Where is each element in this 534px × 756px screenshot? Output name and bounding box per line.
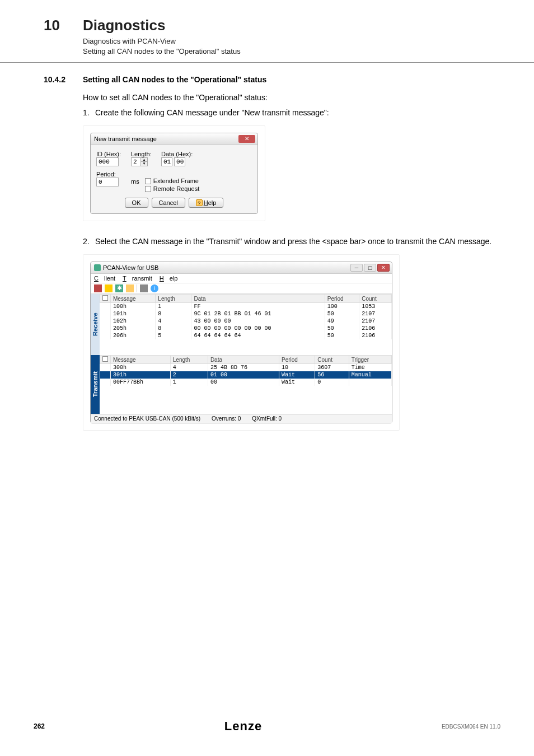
col-data[interactable]: Data xyxy=(208,356,279,364)
document-id: EDBCSXM064 EN 11.0 xyxy=(442,724,500,730)
screenshot-frame-2: PCAN-View for USB ─ ▢ ✕ Client Transmit … xyxy=(83,254,400,431)
toolbar-connect-icon[interactable] xyxy=(94,284,102,292)
spin-up-icon[interactable]: ▲ xyxy=(141,158,147,162)
col-count[interactable]: Count xyxy=(315,356,349,364)
table-row[interactable]: 00FF77BBh100Wait0 xyxy=(100,379,392,386)
col-length[interactable]: Length xyxy=(170,356,208,364)
col-message[interactable]: Message xyxy=(111,356,171,364)
step-text: Select the CAN message in the "Transmit"… xyxy=(95,236,491,248)
data-byte-input[interactable]: 01 xyxy=(161,157,172,166)
data-label: Data (Hex): xyxy=(161,151,193,157)
chapter-title: Diagnostics xyxy=(83,17,165,34)
status-connection: Connected to PEAK USB-CAN (500 kBit/s) xyxy=(94,416,200,422)
table-row[interactable]: 301h201 00Wait56Manual xyxy=(100,371,392,379)
page-footer: 262 Lenze EDBCSXM064 EN 11.0 xyxy=(0,719,534,734)
breadcrumb-sub1: Diagnostics with PCAN-View xyxy=(83,36,534,46)
minimize-button[interactable]: ─ xyxy=(350,264,363,272)
toolbar-reset-icon[interactable] xyxy=(105,284,113,292)
section-title: Setting all CAN nodes to the "Operationa… xyxy=(83,75,266,84)
section-number: 10.4.2 xyxy=(44,75,83,84)
extended-frame-checkbox[interactable] xyxy=(145,178,151,184)
spin-down-icon[interactable]: ▼ xyxy=(141,162,147,166)
col-trigger[interactable]: Trigger xyxy=(349,356,391,364)
dialog-titlebar: New transmit message ✕ xyxy=(91,133,257,145)
receive-table: Message Length Data Period Count 100h1FF… xyxy=(100,294,392,339)
breadcrumb-sub2: Setting all CAN nodes to the "Operationa… xyxy=(83,46,534,57)
toolbar-folder-icon[interactable] xyxy=(126,284,134,292)
help-button[interactable]: ?HHelpelp xyxy=(189,198,224,208)
table-row[interactable]: 205h800 00 00 00 00 00 00 00502106 xyxy=(100,325,392,332)
col-length[interactable]: Length xyxy=(156,295,191,303)
period-label: Period: xyxy=(96,171,125,178)
menu-client[interactable]: Client xyxy=(94,275,115,282)
pcan-view-window: PCAN-View for USB ─ ▢ ✕ Client Transmit … xyxy=(90,262,392,423)
table-row[interactable]: 101h89C 01 2B 01 BB 01 46 01502107 xyxy=(100,310,392,318)
header-icon xyxy=(102,356,108,362)
cancel-button[interactable]: Cancel xyxy=(152,198,185,208)
data-byte-input[interactable]: 00 xyxy=(174,157,185,166)
status-bar: Connected to PEAK USB-CAN (500 kBit/s) O… xyxy=(91,414,392,423)
status-overruns: Overruns: 0 xyxy=(212,416,241,422)
toolbar-info-icon[interactable]: i xyxy=(151,284,158,292)
period-input[interactable]: 0 xyxy=(96,178,119,186)
length-label: Length: xyxy=(131,151,156,157)
id-label: ID (Hex): xyxy=(96,151,125,157)
remote-request-checkbox[interactable] xyxy=(145,186,151,192)
section-intro: How to set all CAN nodes to the "Operati… xyxy=(83,92,534,104)
maximize-button[interactable]: ▢ xyxy=(364,264,376,272)
window-title: PCAN-View for USB xyxy=(103,264,158,271)
step-number: 1. xyxy=(83,107,95,119)
menu-transmit[interactable]: Transmit xyxy=(123,275,152,282)
new-transmit-dialog: New transmit message ✕ ID (Hex): 000 Len… xyxy=(90,133,258,214)
menu-bar: Client Transmit Help xyxy=(91,274,392,283)
id-input[interactable]: 000 xyxy=(96,157,119,166)
period-unit: ms xyxy=(131,171,139,185)
col-period[interactable]: Period xyxy=(279,356,315,364)
footer-logo: Lenze xyxy=(224,719,262,734)
extended-frame-label: Extended Frame xyxy=(153,178,199,184)
transmit-tab: Transmit xyxy=(91,355,100,414)
table-row[interactable]: 300h425 4B 8D 76103607Time xyxy=(100,364,392,372)
remote-request-label: Remote Request xyxy=(153,185,200,192)
status-qxmt: QXmtFull: 0 xyxy=(252,416,282,422)
help-icon: ? xyxy=(196,199,203,206)
transmit-panel: Transmit Message Length Data Period Coun… xyxy=(91,355,392,414)
toolbar-new-icon[interactable]: ✱ xyxy=(115,284,123,292)
col-period[interactable]: Period xyxy=(325,295,359,303)
col-message[interactable]: Message xyxy=(111,295,156,303)
toolbar: ✱ i xyxy=(91,283,392,294)
chapter-number: 10 xyxy=(44,17,83,34)
page-number: 262 xyxy=(34,722,45,730)
receive-panel: Receive Message Length Data Period Count… xyxy=(91,294,392,355)
window-titlebar: PCAN-View for USB ─ ▢ ✕ xyxy=(91,262,392,274)
table-row[interactable]: 100h1FF1001053 xyxy=(100,303,392,311)
dialog-title: New transmit message xyxy=(94,136,157,142)
step-number: 2. xyxy=(83,236,95,248)
table-row[interactable]: 102h443 00 00 00492107 xyxy=(100,318,392,325)
col-count[interactable]: Count xyxy=(359,295,392,303)
length-value[interactable]: 2 xyxy=(131,157,141,166)
close-button[interactable]: ✕ xyxy=(238,135,255,143)
col-data[interactable]: Data xyxy=(191,295,325,303)
screenshot-frame-1: New transmit message ✕ ID (Hex): 000 Len… xyxy=(83,125,265,221)
toolbar-print-icon[interactable] xyxy=(140,284,148,292)
app-icon xyxy=(94,264,101,271)
table-row[interactable]: 206h564 64 64 64 64502106 xyxy=(100,332,392,339)
header-icon xyxy=(102,295,108,301)
menu-help[interactable]: Help xyxy=(160,275,178,282)
receive-tab: Receive xyxy=(91,294,100,355)
step-text: Create the following CAN message under "… xyxy=(95,107,329,119)
close-button[interactable]: ✕ xyxy=(377,264,390,272)
ok-button[interactable]: OK xyxy=(125,198,148,208)
length-spinner[interactable]: 2 ▲▼ xyxy=(131,157,148,166)
transmit-table: Message Length Data Period Count Trigger… xyxy=(100,355,392,386)
